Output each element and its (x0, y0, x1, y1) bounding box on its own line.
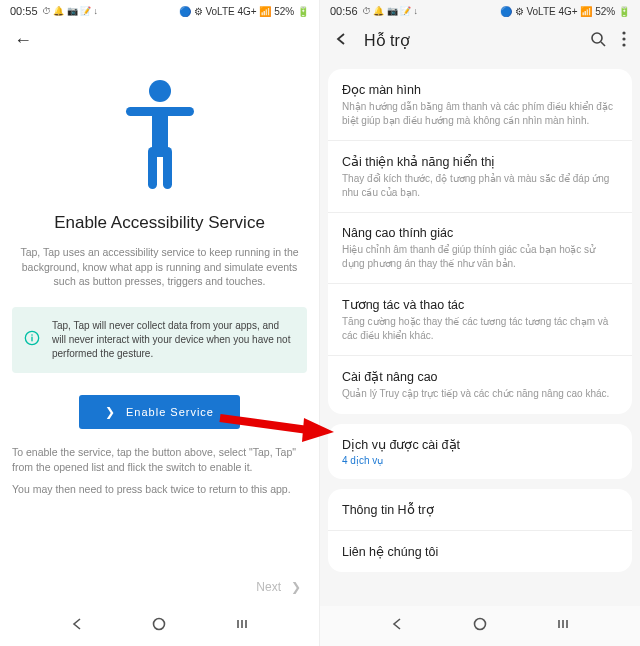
search-icon[interactable] (590, 31, 606, 50)
list-item-visibility[interactable]: Cải thiện khả năng hiển thị Thay đổi kíc… (328, 141, 632, 213)
description-text: Tap, Tap uses an accessibility service t… (0, 245, 319, 303)
list-item-contact[interactable]: Liên hệ chúng tôi (328, 531, 632, 572)
more-icon[interactable] (622, 31, 626, 50)
svg-point-12 (592, 33, 602, 43)
svg-rect-7 (31, 337, 32, 342)
back-icon[interactable] (334, 30, 348, 51)
item-title: Cải thiện khả năng hiển thị (342, 154, 618, 169)
status-time: 00:55 (10, 5, 38, 17)
list-item-installed-services[interactable]: Dịch vụ được cài đặt 4 dịch vụ (328, 424, 632, 479)
item-title: Dịch vụ được cài đặt (342, 437, 618, 452)
status-bar: 00:55 ⏱ 🔔 📷 📝 ↓ 🔵 ⚙ VoLTE 4G+ 📶 52% 🔋 (0, 0, 319, 22)
svg-rect-3 (148, 147, 157, 189)
instruction-text-1: To enable the service, tap the button ab… (0, 445, 319, 482)
status-bar: 00:56 ⏱ 🔔 📷 📝 ↓ 🔵 ⚙ VoLTE 4G+ 📶 52% 🔋 (320, 0, 640, 22)
status-indicators: ⏱ 🔔 📷 📝 ↓ (42, 6, 99, 16)
list-item-hearing[interactable]: Nâng cao thính giác Hiệu chỉnh âm thanh … (328, 213, 632, 284)
item-desc: Quản lý Truy cập trực tiếp và các chức n… (342, 387, 618, 401)
nav-home-icon[interactable] (152, 617, 166, 635)
svg-point-0 (149, 80, 171, 102)
svg-point-6 (31, 334, 33, 336)
item-title: Liên hệ chúng tôi (342, 544, 618, 559)
header-title: Hỗ trợ (364, 31, 574, 50)
status-right: 🔵 ⚙ VoLTE 4G+ 📶 52% 🔋 (179, 6, 309, 17)
system-nav-bar (320, 606, 640, 646)
instruction-text-2: You may then need to press back twice to… (0, 482, 319, 505)
svg-point-8 (154, 619, 165, 630)
next-label: Next (256, 580, 281, 594)
item-title: Cài đặt nâng cao (342, 369, 618, 384)
nav-recents-icon[interactable] (556, 617, 570, 635)
svg-point-17 (474, 619, 485, 630)
item-title: Tương tác và thao tác (342, 297, 618, 312)
back-icon[interactable]: ← (14, 30, 32, 51)
status-indicators: ⏱ 🔔 📷 📝 ↓ (362, 6, 419, 16)
accessibility-illustration (0, 59, 319, 207)
list-item-support-info[interactable]: Thông tin Hỗ trợ (328, 489, 632, 531)
item-title: Nâng cao thính giác (342, 226, 618, 240)
item-desc: Nhận hướng dẫn bằng âm thanh và các phím… (342, 100, 618, 127)
nav-home-icon[interactable] (473, 617, 487, 635)
enable-button-label: Enable Service (126, 406, 214, 418)
nav-recents-icon[interactable] (235, 617, 249, 635)
item-link: 4 dịch vụ (342, 455, 618, 466)
chevron-right-icon: ❯ (291, 580, 301, 594)
item-title: Thông tin Hỗ trợ (342, 502, 618, 517)
next-button: Next ❯ (256, 580, 301, 594)
info-box: Tap, Tap will never collect data from yo… (12, 307, 307, 373)
info-icon (24, 330, 40, 350)
enable-service-button[interactable]: ❯ Enable Service (79, 395, 240, 429)
page-title: Enable Accessibility Service (0, 207, 319, 245)
item-title: Đọc màn hình (342, 82, 618, 97)
nav-back-icon[interactable] (390, 617, 404, 635)
status-right: 🔵 ⚙ VoLTE 4G+ 📶 52% 🔋 (500, 6, 630, 17)
item-desc: Tăng cường hoặc thay thế các tương tác t… (342, 315, 618, 342)
info-text: Tap, Tap will never collect data from yo… (52, 319, 293, 361)
item-desc: Hiệu chỉnh âm thanh để giúp thính giác c… (342, 243, 618, 270)
svg-line-13 (601, 42, 605, 46)
nav-back-icon[interactable] (70, 617, 84, 635)
list-item-screen-reader[interactable]: Đọc màn hình Nhận hướng dẫn bằng âm than… (328, 69, 632, 141)
chevron-right-icon: ❯ (105, 405, 116, 419)
status-time: 00:56 (330, 5, 358, 17)
svg-rect-4 (163, 147, 172, 189)
item-desc: Thay đổi kích thước, độ tương phản và mà… (342, 172, 618, 199)
list-item-interaction[interactable]: Tương tác và thao tác Tăng cường hoặc th… (328, 284, 632, 356)
system-nav-bar (0, 606, 319, 646)
svg-point-14 (622, 31, 625, 34)
list-item-advanced[interactable]: Cài đặt nâng cao Quản lý Truy cập trực t… (328, 356, 632, 414)
svg-point-15 (622, 37, 625, 40)
svg-point-16 (622, 43, 625, 46)
